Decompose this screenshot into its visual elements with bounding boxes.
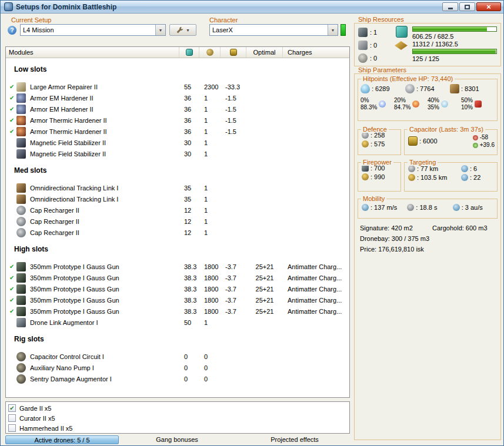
capacitor-recharge-value: +39.6 xyxy=(480,142,495,148)
module-cpu-value: 12 xyxy=(179,229,199,236)
armor-hp-value: : 7764 xyxy=(416,85,435,92)
module-row[interactable]: ✔ Armor Thermic Hardener II 36 1 -1.5 xyxy=(6,126,349,137)
ship-parameters-label: Ship Parameters xyxy=(358,66,406,73)
module-cpu-value: 36 xyxy=(179,128,199,135)
drone-checkbox[interactable]: ✔ xyxy=(8,404,16,412)
drone-row[interactable]: Hammerhead II x5 xyxy=(8,423,347,433)
character-combo-arrow[interactable]: ▼ xyxy=(328,25,338,35)
help-icon[interactable]: ? xyxy=(8,26,16,35)
firepower-box: Firepower : 700 : 990 xyxy=(358,162,401,192)
hitpoints-box: Hitpoints (Effective HP: 73,440) : 6289 … xyxy=(358,79,498,121)
cpu-resource-icon xyxy=(396,26,408,38)
module-cap-value: -33.3 xyxy=(221,83,246,90)
setup-combo[interactable]: L4 Mission ▼ xyxy=(20,24,166,36)
minimize-button[interactable] xyxy=(442,2,458,11)
module-row[interactable]: ✔ 350mm Prototype I Gauss Gun 38.3 1800 … xyxy=(6,283,349,294)
armor-em-resist: 88.3% xyxy=(361,104,377,111)
module-icon xyxy=(16,217,26,226)
minimize-icon xyxy=(448,8,453,9)
module-row[interactable]: Capacitor Control Circuit I 0 0 xyxy=(6,351,349,362)
module-row[interactable]: Cap Recharger II 12 1 xyxy=(6,204,349,216)
module-row[interactable]: Cap Recharger II 12 1 xyxy=(6,216,349,227)
module-row[interactable]: Auxiliary Nano Pump I 0 0 xyxy=(6,362,349,373)
module-row[interactable]: Cap Recharger II 12 1 xyxy=(6,227,349,238)
module-cap-value: -1.5 xyxy=(221,95,246,102)
module-row[interactable]: Magnetic Field Stabilizer II 30 1 xyxy=(6,148,349,159)
module-active-check[interactable]: ✔ xyxy=(6,308,16,314)
module-cap-value: -3.7 xyxy=(221,274,246,281)
module-pg-value: 1800 xyxy=(199,308,221,315)
chevron-down-icon: ▼ xyxy=(159,28,163,32)
module-row[interactable]: ✔ 350mm Prototype I Gauss Gun 38.3 1800 … xyxy=(6,294,349,306)
modules-column-header[interactable]: Modules xyxy=(6,47,179,58)
gang-bonuses-tab[interactable]: Gang bonuses xyxy=(145,436,209,443)
module-pg-value: 1 xyxy=(199,139,221,146)
character-combo[interactable]: LaserX ▼ xyxy=(209,24,338,36)
setup-combo-arrow[interactable]: ▼ xyxy=(155,25,165,35)
kinetic-resist-cell: 40% 35% xyxy=(428,97,461,111)
drone-row[interactable]: Curator II x5 xyxy=(8,413,347,423)
module-row[interactable]: Drone Link Augmentor I 50 1 xyxy=(6,317,349,328)
module-active-check[interactable]: ✔ xyxy=(6,274,16,281)
module-pg-value: 1 xyxy=(199,196,221,203)
kinetic-damage-icon xyxy=(441,100,448,108)
active-drones-indicator[interactable]: Active drones: 5 / 5 xyxy=(5,435,119,444)
calibration-value: : 0 xyxy=(370,55,377,62)
optimal-column-header[interactable]: Optimal xyxy=(246,47,283,58)
module-cap-value: -3.7 xyxy=(221,308,246,315)
module-row[interactable]: ✔ 350mm Prototype I Gauss Gun 38.3 1800 … xyxy=(6,261,349,272)
projected-effects-tab[interactable]: Projected effects xyxy=(253,436,336,443)
module-row[interactable]: Omnidirectional Tracking Link I 35 1 xyxy=(6,182,349,193)
module-row[interactable]: Sentry Damage Augmentor I 0 0 xyxy=(6,373,349,384)
drone-checkbox[interactable] xyxy=(8,414,16,422)
charges-column-header[interactable]: Charges xyxy=(283,47,349,58)
module-charges-value: Antimatter Charg... xyxy=(283,274,349,281)
cpu-column-header[interactable] xyxy=(179,47,199,58)
module-pg-value: 1 xyxy=(199,218,221,225)
targeting-box: Targeting : 77 km : 6 : 103.5 km : 22 xyxy=(404,162,498,192)
module-cap-value: -3.7 xyxy=(221,263,246,270)
module-pg-value: 1 xyxy=(199,319,221,326)
module-active-check[interactable]: ✔ xyxy=(6,128,16,135)
slot-section-title: Low slots xyxy=(14,65,349,73)
module-icon xyxy=(16,93,26,103)
module-cpu-value: 38.3 xyxy=(179,263,199,270)
setup-tools-button[interactable]: ▼ xyxy=(169,24,196,36)
module-row[interactable]: ✔ Armor Thermic Hardener II 36 1 -1.5 xyxy=(6,115,349,126)
max-velocity-value: : 137 m/s xyxy=(371,204,397,211)
module-active-check[interactable]: ✔ xyxy=(6,95,16,101)
module-active-check[interactable]: ✔ xyxy=(6,117,16,123)
close-button[interactable]: × xyxy=(476,2,501,11)
module-active-check[interactable]: ✔ xyxy=(6,263,16,270)
hitpoints-label: Hitpoints (Effective HP: 73,440) xyxy=(361,75,455,82)
module-active-check[interactable]: ✔ xyxy=(6,286,16,292)
module-row[interactable]: ✔ 350mm Prototype I Gauss Gun 38.3 1800 … xyxy=(6,306,349,317)
capacitor-drain-icon xyxy=(473,135,478,140)
drone-label: Hammerhead II x5 xyxy=(19,425,72,432)
armor-hp-icon xyxy=(405,84,415,93)
module-row[interactable]: ✔ Armor EM Hardener II 36 1 -1.5 xyxy=(6,92,349,103)
capacitor-column-header[interactable] xyxy=(221,47,246,58)
module-active-check[interactable]: ✔ xyxy=(6,106,16,112)
module-pg-value: 0 xyxy=(199,364,221,371)
ship-parameters-box: Hitpoints (Effective HP: 73,440) : 6289 … xyxy=(354,73,501,440)
powergrid-column-header[interactable] xyxy=(199,47,221,58)
module-row[interactable]: ✔ 350mm Prototype I Gauss Gun 38.3 1800 … xyxy=(6,272,349,283)
drones-list: ✔ Garde II x5 Curator II x5 Hammerhead I… xyxy=(8,403,347,433)
module-icon xyxy=(16,296,26,305)
module-row[interactable]: ✔ Armor EM Hardener II 36 1 -1.5 xyxy=(6,103,349,115)
module-active-check[interactable]: ✔ xyxy=(6,83,16,90)
module-name: Cap Recharger II xyxy=(30,218,179,225)
maximize-button[interactable] xyxy=(459,2,475,11)
cargohold-value: Cargohold: 600 m3 xyxy=(432,224,488,232)
module-row[interactable]: Magnetic Field Stabilizer II 30 1 xyxy=(6,137,349,148)
drone-checkbox[interactable] xyxy=(8,424,16,432)
module-cap-value: -1.5 xyxy=(221,106,246,113)
module-row[interactable]: ✔ Large Armor Repairer II 55 2300 -33.3 xyxy=(6,81,349,92)
capacitor-icon xyxy=(230,49,237,56)
module-active-check[interactable]: ✔ xyxy=(6,297,16,303)
module-row[interactable]: Omnidirectional Tracking Link I 35 1 xyxy=(6,193,349,204)
powergrid-usage-bar xyxy=(412,49,497,54)
module-pg-value: 1800 xyxy=(199,297,221,304)
drone-row[interactable]: ✔ Garde II x5 xyxy=(8,403,347,413)
